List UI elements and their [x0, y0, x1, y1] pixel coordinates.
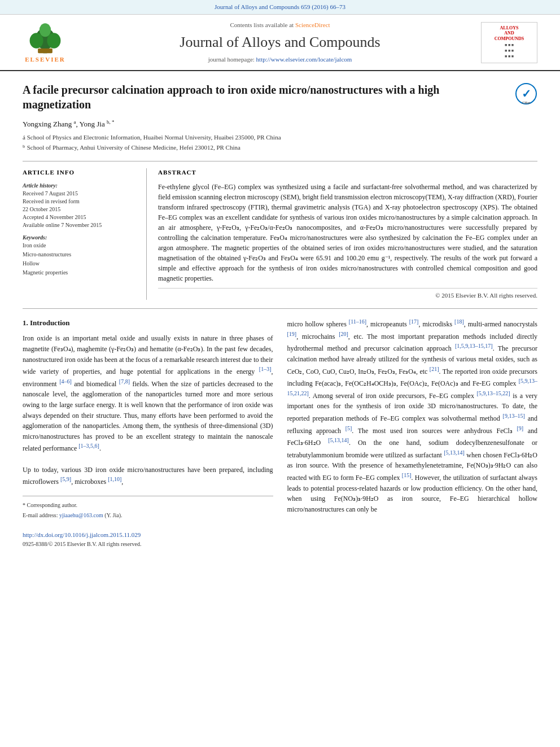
email-link[interactable]: yjiaaehu@163.com [59, 512, 103, 518]
email-note: E-mail address: yjiaaehu@163.com (Y. Jia… [23, 511, 273, 520]
abstract-panel: ABSTRACT Fe-ethylene glycol (Fe–EG) comp… [158, 168, 537, 300]
crossmark-icon: ✓ CHat [515, 82, 537, 105]
ref-20[interactable]: [20] [339, 331, 348, 337]
footnote-area: * Corresponding author. E-mail address: … [23, 496, 273, 549]
ref-9-13-15[interactable]: [9,13–15] [503, 413, 525, 419]
svg-text:✓: ✓ [522, 88, 531, 100]
section-title-text: Introduction [30, 318, 70, 327]
ref-4-6[interactable]: [4–6] [59, 378, 72, 385]
keywords-section: Keywords: Iron oxide Micro-nanostructure… [23, 234, 138, 277]
journal-reference-bar: Journal of Alloys and Compounds 659 (201… [0, 0, 560, 15]
elsevier-brand-text: ELSEVIER [25, 55, 65, 64]
journal-reference-text: Journal of Alloys and Compounds 659 (201… [215, 3, 345, 10]
ref-1-3-5-6[interactable]: [1–3,5,6] [78, 443, 99, 449]
homepage-url[interactable]: http://www.elsevier.com/locate/jalcom [256, 56, 352, 63]
elsevier-logo: ELSEVIER [11, 20, 79, 64]
body-content: 1. Introduction Iron oxide is an importa… [23, 317, 537, 551]
issn-line: 0925-8388/© 2015 Elsevier B.V. All right… [23, 540, 273, 549]
ref-5-9-13-15-22[interactable]: [5,9,13–15,22] [476, 390, 510, 396]
keywords-label: Keywords: [23, 234, 138, 242]
article-title-row: A facile precursor calcination approach … [23, 82, 537, 112]
email-label: E-mail address: [23, 512, 58, 518]
ref-7-8[interactable]: [7,8] [119, 378, 130, 385]
svg-point-4 [40, 24, 51, 37]
journal-header: ELSEVIER Contents lists available at Sci… [0, 15, 560, 71]
abstract-text: Fe-ethylene glycol (Fe–EG) complex was s… [158, 182, 537, 283]
ref-19[interactable]: [19] [287, 331, 297, 337]
ref-11-16[interactable]: [11–16] [349, 318, 366, 325]
email-suffix: (Y. Jia). [104, 512, 122, 518]
affil-b: ᵇ School of Pharmacy, Anhui University o… [23, 143, 537, 153]
body-right-text: micro hollow spheres [11–16], micropeanu… [287, 317, 538, 514]
keyword-4: Magnetic properties [23, 269, 138, 277]
copyright-text: © 2015 Elsevier B.V. All rights reserved… [158, 288, 537, 300]
ref-21[interactable]: [21] [430, 366, 439, 372]
received-revised-label: Received in revised form [23, 198, 138, 206]
sciencedirect-link[interactable]: ScienceDirect [295, 21, 330, 28]
keyword-3: Hollow [23, 260, 138, 268]
keyword-2: Micro-nanostructures [23, 251, 138, 259]
ref-18[interactable]: [18] [454, 318, 464, 325]
svg-rect-5 [38, 49, 53, 54]
svg-point-2 [30, 33, 43, 49]
keyword-1: Iron oxide [23, 242, 138, 250]
ref-1-10[interactable]: [1,10] [108, 476, 121, 482]
ref-17[interactable]: [17] [409, 318, 419, 325]
body-left-col: 1. Introduction Iron oxide is an importa… [23, 317, 273, 551]
ref-5-13-14[interactable]: [5,13,14] [328, 437, 349, 443]
ref-5-9[interactable]: [5,9] [60, 476, 71, 482]
homepage-line: journal homepage: http://www.elsevier.co… [79, 55, 481, 64]
ref-9[interactable]: [9] [517, 425, 523, 431]
elsevier-tree-icon [23, 20, 68, 54]
contents-available-text: Contents lists available at ScienceDirec… [79, 21, 481, 29]
section-num: 1. [23, 318, 28, 327]
author-zhang: Yongxing Zhang a, [23, 120, 79, 128]
journal-mini-logo: ALLOYSANDCOMPOUNDS ■ ■ ■■ ■ ■■ ■ ■ [481, 22, 537, 63]
available-online: Available online 7 November 2015 [23, 221, 138, 229]
journal-header-center: Contents lists available at ScienceDirec… [79, 21, 481, 64]
affil-a: á School of Physics and Electronic Infor… [23, 133, 537, 143]
authors-line: Yongxing Zhang a, Yong Jia b, * [23, 119, 537, 130]
corresponding-author-note: * Corresponding author. [23, 501, 273, 510]
ref-1-5-9-13-15-17[interactable]: [1,5,9,13–15,17] [455, 343, 493, 349]
article-info-heading: ARTICLE INFO [23, 168, 138, 177]
intro-para-2: Up to today, various 3D iron oxide micro… [23, 465, 273, 487]
article-title-text: A facile precursor calcination approach … [23, 82, 509, 112]
section-divider [23, 308, 537, 309]
intro-section-title: 1. Introduction [23, 317, 273, 329]
svg-point-3 [47, 33, 60, 49]
ref-5-13-14b[interactable]: [5,13,14] [444, 449, 465, 456]
history-label: Article history: [23, 182, 138, 190]
journal-logo-box: ALLOYSANDCOMPOUNDS ■ ■ ■■ ■ ■■ ■ ■ [481, 22, 549, 63]
ref-15[interactable]: [15] [402, 472, 412, 478]
abstract-heading: ABSTRACT [158, 168, 537, 177]
svg-text:CHat: CHat [522, 101, 530, 104]
keywords-list: Iron oxide Micro-nanostructures Hollow M… [23, 242, 138, 277]
affiliations: á School of Physics and Electronic Infor… [23, 133, 537, 152]
journal-title: Journal of Alloys and Compounds [79, 32, 481, 53]
doi-link[interactable]: http://dx.doi.org/10.1016/j.jjalcom.2015… [23, 531, 141, 538]
main-content: A facile precursor calcination approach … [0, 71, 560, 562]
accepted-date: Accepted 4 November 2015 [23, 213, 138, 221]
received-revised-date: 22 October 2015 [23, 206, 138, 213]
article-info-abstract-row: ARTICLE INFO Article history: Received 7… [23, 161, 537, 300]
ref-5[interactable]: [5] [345, 425, 352, 431]
ref-1-3[interactable]: [1–3] [259, 366, 272, 372]
intro-para-1: Iron oxide is an important metal oxide a… [23, 333, 273, 454]
author-jia: Yong Jia b, * [79, 120, 114, 128]
received-date: Received 7 August 2015 [23, 190, 138, 198]
article-history: Article history: Received 7 August 2015 … [23, 182, 138, 229]
article-info-panel: ARTICLE INFO Article history: Received 7… [23, 168, 147, 300]
body-right-col: micro hollow spheres [11–16], micropeanu… [287, 317, 538, 551]
